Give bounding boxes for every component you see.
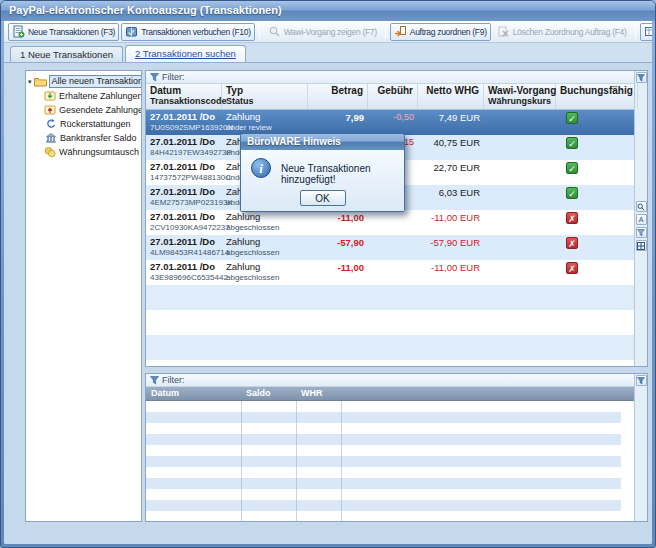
cell-netto-whg: 6,03 EUR bbox=[418, 185, 484, 210]
transaction-status: abgeschlossen bbox=[226, 222, 304, 233]
bookable-icon bbox=[566, 112, 578, 124]
transaction-status: abgeschlossen bbox=[226, 272, 304, 283]
new-transactions-button[interactable]: Neue Transaktionen (F3) bbox=[8, 23, 119, 41]
cell-typ: Zahlungunder review bbox=[222, 110, 308, 135]
cell-wawi-vorgang bbox=[484, 235, 556, 260]
window-client-area: Neue Transaktionen (F3) Transaktionen ve… bbox=[4, 21, 652, 544]
cell-datum: 27.01.2011 /Do84H42197EW349273P bbox=[146, 135, 222, 160]
window-titlebar[interactable]: PayPal-elektronischer Kontoauszug (Trans… bbox=[1, 1, 655, 21]
refund-icon bbox=[44, 118, 57, 130]
details-icon bbox=[644, 25, 652, 38]
cell-datum: 27.01.2011 /Do2CV10930KA9472237 bbox=[146, 210, 222, 235]
tree-expander-icon[interactable]: ▾ bbox=[28, 78, 32, 86]
tree-item-rueckerstattungen[interactable]: Rückerstattungen bbox=[44, 117, 139, 131]
bank-icon bbox=[44, 132, 57, 144]
grid-tool-icon[interactable] bbox=[636, 240, 647, 251]
main-toolbar: Neue Transaktionen (F3) Transaktionen ve… bbox=[4, 21, 652, 43]
tree-item-erhaltene-zahlungen[interactable]: Erhaltene Zahlungen bbox=[44, 89, 139, 103]
column-header-saldo[interactable]: Saldo bbox=[241, 387, 296, 400]
cell-buchungsfaehig bbox=[556, 135, 634, 160]
cell-betrag: -57,90 bbox=[308, 235, 368, 260]
cell-betrag: 7,99 bbox=[308, 110, 368, 135]
cell-wawi-vorgang bbox=[484, 260, 556, 285]
column-header-buchungsfaehig[interactable]: Buchungsfähig bbox=[556, 84, 638, 109]
dialog-titlebar[interactable]: BüroWARE Hinweis bbox=[241, 134, 404, 150]
transaction-status: under review bbox=[226, 122, 304, 133]
cell-netto-whg: -11,00 EUR bbox=[418, 210, 484, 235]
cell-betrag: -11,00 bbox=[308, 260, 368, 285]
book-transactions-button[interactable]: Transaktionen verbuchen (F10) bbox=[121, 23, 255, 41]
cell-netto-whg: -11,00 EUR bbox=[418, 260, 484, 285]
details-button[interactable]: Details bbox=[640, 23, 652, 41]
cell-wawi-vorgang bbox=[484, 160, 556, 185]
tree-item-banktransfer-saldo[interactable]: Banktransfer Saldo bbox=[44, 131, 139, 145]
assign-order-icon bbox=[394, 25, 407, 38]
bookable-icon bbox=[566, 212, 578, 224]
bookable-icon bbox=[566, 137, 578, 149]
column-header-datum[interactable]: Datum bbox=[146, 387, 241, 400]
currency-exchange-icon bbox=[44, 146, 56, 158]
cell-netto-whg: 40,75 EUR bbox=[418, 135, 484, 160]
transaction-code: 2CV10930KA9472237 bbox=[150, 222, 218, 233]
delete-assignment-icon bbox=[497, 25, 510, 38]
cell-buchungsfaehig bbox=[556, 235, 634, 260]
cell-datum: 27.01.2011 /Do43E989696C6535442 bbox=[146, 260, 222, 285]
tab-bar: 1 Neue Transaktionen 2 Transaktionen suc… bbox=[4, 43, 652, 62]
saldo-filter-row[interactable]: Filter: bbox=[146, 374, 634, 387]
bookable-icon bbox=[566, 237, 578, 249]
column-header-datum[interactable]: DatumTransaktionscode bbox=[146, 84, 222, 109]
transactions-table-header: DatumTransaktionscode TypStatus Betrag G… bbox=[146, 84, 634, 110]
column-header-whr[interactable]: WHR bbox=[296, 387, 341, 400]
bookable-icon bbox=[566, 187, 578, 199]
folder-icon bbox=[34, 76, 47, 87]
cell-netto-whg: -57,90 EUR bbox=[418, 235, 484, 260]
cell-buchungsfaehig bbox=[556, 260, 634, 285]
cell-netto-whg: 22,70 EUR bbox=[418, 160, 484, 185]
column-header-typ[interactable]: TypStatus bbox=[222, 84, 308, 109]
cell-netto-whg: 7,49 EUR bbox=[418, 110, 484, 135]
transaction-code: 7U0S092SMP163920N bbox=[150, 122, 218, 133]
cell-datum: 27.01.2011 /Do14737572PW488130C bbox=[146, 160, 222, 185]
filter-label: Filter: bbox=[162, 375, 185, 385]
transaction-row[interactable]: 27.01.2011 /Do4LM98453R41486714 Zahlunga… bbox=[146, 235, 634, 260]
transaction-row[interactable]: 27.01.2011 /Do7U0S092SMP163920N Zahlungu… bbox=[146, 110, 634, 135]
search-tool-icon[interactable] bbox=[636, 201, 647, 212]
assign-order-button[interactable]: Auftrag zuordnen (F9) bbox=[390, 23, 491, 41]
new-transactions-icon bbox=[12, 25, 25, 38]
transactions-filter-row[interactable]: Filter: bbox=[146, 71, 634, 84]
transaction-code: 43E989696C6535442 bbox=[150, 272, 218, 283]
cell-typ: Zahlungabgeschlossen bbox=[222, 260, 308, 285]
toolbar-separator bbox=[385, 24, 386, 39]
cell-buchungsfaehig bbox=[556, 110, 634, 135]
column-header-gebuehr[interactable]: Gebühr bbox=[368, 84, 418, 109]
transactions-table: Filter: DatumTransaktionscode TypStatus … bbox=[146, 71, 634, 366]
tab-transaktionen-suchen[interactable]: 2 Transaktionen suchen bbox=[125, 45, 246, 62]
column-header-wawi-vorgang[interactable]: Wawi-VorgangWährungskurs bbox=[484, 84, 556, 109]
tree-item-gesendete-zahlungen[interactable]: Gesendete Zahlungen bbox=[44, 103, 139, 117]
transaction-row[interactable]: 27.01.2011 /Do2CV10930KA9472237 Zahlunga… bbox=[146, 210, 634, 235]
tab-neue-transaktionen[interactable]: 1 Neue Transaktionen bbox=[10, 46, 123, 62]
font-tool-icon[interactable]: A bbox=[636, 214, 647, 225]
cell-betrag: -11,00 bbox=[308, 210, 368, 235]
tree-item-waehrungsumtausch[interactable]: Währungsumtausch bbox=[44, 145, 139, 159]
filter-icon[interactable] bbox=[636, 72, 647, 83]
empty-rows-area bbox=[146, 285, 634, 367]
cell-gebuehr bbox=[368, 235, 418, 260]
transaction-row[interactable]: 27.01.2011 /Do43E989696C6535442 Zahlunga… bbox=[146, 260, 634, 285]
sent-payment-icon bbox=[44, 104, 56, 116]
column-header-netto-whg[interactable]: Netto WHG bbox=[418, 84, 484, 109]
filter-icon[interactable] bbox=[636, 375, 647, 386]
saldo-table: Filter: Datum Saldo WHR bbox=[146, 374, 634, 521]
column-header-betrag[interactable]: Betrag bbox=[308, 84, 368, 109]
delete-assignment-button: Löschen Zuordnung Auftrag (F4) bbox=[493, 23, 631, 41]
tree-item-alle-neuen-transaktionen[interactable]: ▾ Alle neuen Transaktionen bbox=[28, 74, 139, 89]
dialog-message: Neue Transaktionen hinzugefügt! bbox=[281, 163, 404, 185]
app-window: PayPal-elektronischer Kontoauszug (Trans… bbox=[0, 0, 656, 548]
bookable-icon bbox=[566, 162, 578, 174]
bookable-icon bbox=[566, 262, 578, 274]
transaction-category-tree: ▾ Alle neuen Transaktionen Erhaltene Zah… bbox=[25, 70, 142, 522]
ok-button[interactable]: OK bbox=[300, 190, 346, 206]
magnifier-icon bbox=[268, 25, 281, 38]
filter-tool-icon[interactable] bbox=[636, 227, 647, 238]
filter-label: Filter: bbox=[162, 72, 185, 82]
